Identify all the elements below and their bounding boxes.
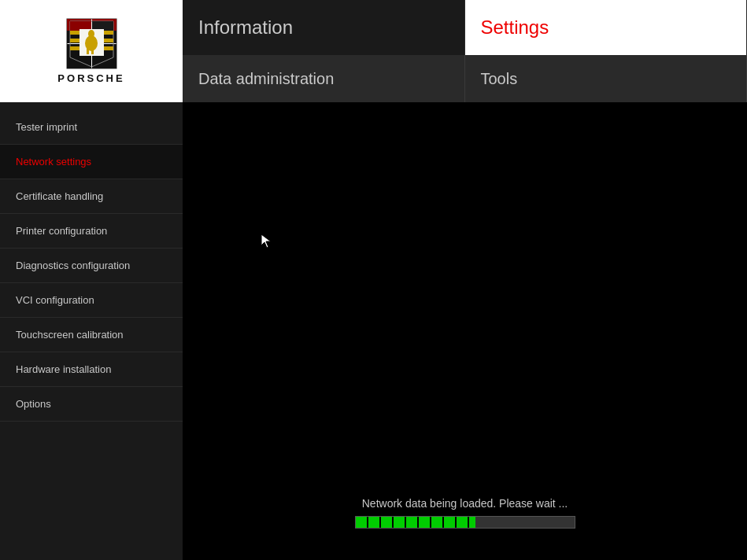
main-area: Information Settings Data administration…: [183, 0, 747, 560]
svg-point-22: [88, 30, 94, 38]
sidebar-item-printer-configuration[interactable]: Printer configuration: [0, 214, 183, 249]
nav-item-tools[interactable]: Tools: [465, 55, 748, 102]
second-nav: Data administration Tools: [183, 55, 747, 102]
nav-item-data-administration[interactable]: Data administration: [183, 55, 465, 102]
sidebar-item-tester-imprint[interactable]: Tester imprint: [0, 110, 183, 145]
sidebar-item-certificate-handling[interactable]: Certificate handling: [0, 179, 183, 214]
progress-bar-fill: [356, 517, 476, 528]
sidebar-item-diagnostics-configuration[interactable]: Diagnostics configuration: [0, 249, 183, 283]
sidebar-item-network-settings[interactable]: Network settings: [0, 145, 183, 179]
mouse-cursor: [261, 234, 271, 249]
porsche-crest: [66, 18, 117, 69]
svg-rect-20: [87, 48, 89, 54]
sidebar-item-touchscreen-calibration[interactable]: Touchscreen calibration: [0, 318, 183, 352]
sidebar-item-options[interactable]: Options: [0, 387, 183, 422]
svg-rect-21: [91, 48, 94, 54]
content-area: Network data being loaded. Please wait .…: [183, 102, 747, 560]
progress-bar-container: [355, 516, 575, 529]
brand-text: PORSCHE: [57, 72, 124, 84]
loading-section: Network data being loaded. Please wait .…: [355, 497, 575, 529]
sidebar-item-hardware-installation[interactable]: Hardware installation: [0, 352, 183, 387]
top-nav: Information Settings: [183, 0, 747, 55]
sidebar-item-vci-configuration[interactable]: VCI configuration: [0, 283, 183, 318]
sidebar: PORSCHE Tester imprint Network settings …: [0, 0, 183, 560]
logo-area: PORSCHE: [0, 0, 183, 102]
sidebar-menu: Tester imprint Network settings Certific…: [0, 102, 183, 560]
loading-text: Network data being loaded. Please wait .…: [362, 497, 568, 510]
nav-item-information[interactable]: Information: [183, 0, 465, 55]
nav-item-settings[interactable]: Settings: [465, 0, 748, 55]
svg-marker-23: [261, 234, 271, 248]
